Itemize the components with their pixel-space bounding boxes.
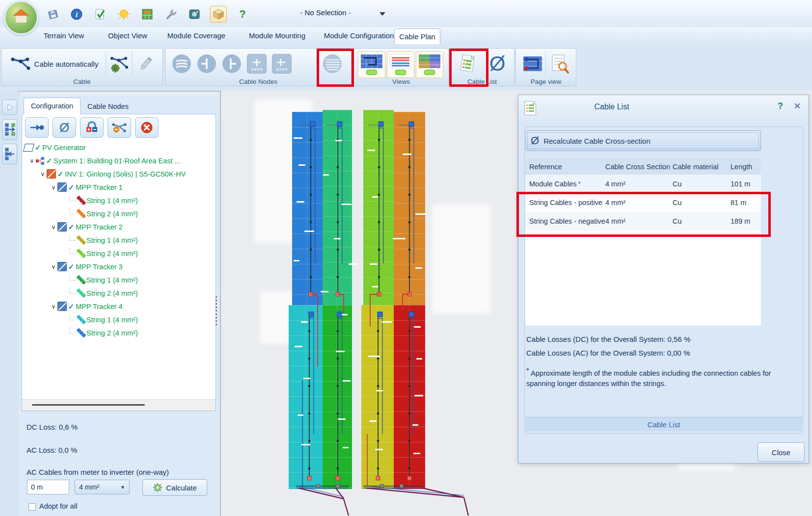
view-lines-button[interactable] [387,52,414,78]
app-logo[interactable] [4,0,38,35]
cross-section-select[interactable]: 4 mm² ▼ [75,480,130,494]
recalculate-cross-section-button[interactable]: Ø [484,51,511,77]
tree-item-tracker[interactable]: ∨✓MPP Tracker 1 [22,181,216,194]
help-icon[interactable]: ? [778,101,783,111]
footnote-text: * Approximate length of the module cable… [526,365,773,389]
module-gap-mark [297,201,304,203]
ac-loss-text: AC Loss: 0,0 % [27,446,77,454]
chevron-expanded-icon[interactable]: ∨ [28,157,36,164]
tree-item-inverter[interactable]: ∨✓INV 1: Ginlong (Solis) | S5-GC50K-HV [22,167,216,181]
page-cable-plan-icon [521,55,543,73]
tree-item-system[interactable]: ∨✓System 1: Building 01-Roof Area East .… [22,154,216,167]
tree-item-string[interactable]: String 2 (4 mm²) [22,247,216,260]
cross-section-button[interactable]: Ø [53,117,76,138]
cable-list-footer-tab[interactable]: Cable List [524,417,803,431]
tree-item-string[interactable]: String 1 (4 mm²) [22,194,216,207]
tab-cable-plan[interactable]: Cable Plan [394,28,440,45]
project-check-icon[interactable] [92,6,108,22]
chevron-expanded-icon[interactable]: ∨ [50,263,57,270]
tree-item-pv[interactable]: ✓PV Generator [22,141,216,154]
chevron-expanded-icon[interactable]: ∨ [50,184,57,191]
tree-item-string[interactable]: String 2 (4 mm²) [22,207,216,220]
tab-cable-nodes[interactable]: Cable Nodes [82,99,134,114]
module-layout-icon[interactable] [139,6,155,22]
tab-configuration[interactable]: Configuration [24,98,81,114]
node-tap-button[interactable] [195,51,218,77]
check-icon: ✓ [67,223,76,232]
expand-panel-button[interactable] [2,100,17,115]
cable-table-row[interactable]: Module Cables*4 mm²Cu101 m [525,175,761,193]
recalculate-cross-section-button[interactable]: Ø Recalculate Cable Cross-section [525,130,761,151]
tree-item-string[interactable]: String 1 (4 mm²) [22,273,216,286]
tree-item-tracker[interactable]: ∨✓MPP Tracker 4 [22,300,216,313]
sun-icon[interactable] [116,6,132,22]
cable-list-button[interactable] [453,51,482,77]
tree-horizontal-scrollbar[interactable] [22,399,216,411]
module-gap-mark [416,358,422,360]
calculate-button[interactable]: Calculate [142,479,207,496]
page-cable-plan-button[interactable] [519,51,546,77]
chevron-expanded-icon[interactable]: ∨ [50,224,57,231]
tree-expand-all-button[interactable] [2,119,17,140]
tab-module-coverage[interactable]: Module Coverage [160,27,233,44]
module-gap-mark [370,263,378,265]
module-gap-mark [343,380,351,382]
connect-node-button[interactable] [25,117,49,138]
save-icon[interactable] [45,6,61,22]
close-icon[interactable]: × [794,99,801,113]
tree-guide-line [69,195,76,201]
selection-dropdown[interactable]: - No Selection - [269,8,382,17]
view-3d-icon[interactable] [210,6,227,23]
tab-terrain-view[interactable]: Terrain View [34,27,93,44]
wrench-icon[interactable] [163,6,179,22]
tree-item-tracker[interactable]: ∨✓MPP Tracker 2 [22,220,216,233]
module-gap-mark [368,356,380,357]
node-box-button[interactable] [245,51,268,77]
tree-collapse-all-button[interactable] [2,144,17,164]
adopt-for-all-checkbox[interactable] [28,503,36,511]
cable-settings-button[interactable] [107,51,133,77]
cable-table-row[interactable]: String Cables - positive4 mm²Cu81 m [525,193,761,212]
pv-generator-icon [23,144,34,152]
cell-reference: String Cables - positive [529,193,602,212]
cable-list-panel: Cable List ? × Ø Recalculate Cable Cross… [518,95,809,464]
module-gap-mark [298,414,303,416]
close-button[interactable]: Close [758,442,805,462]
help-icon[interactable]: ? [235,6,250,22]
tree-item-string[interactable]: String 1 (4 mm²) [22,313,216,326]
node-junction-button[interactable] [170,51,193,77]
view-colored-areas-button[interactable] [416,52,443,78]
chevron-expanded-icon[interactable]: ∨ [39,171,47,178]
gear-icon [153,483,162,492]
cable-table-row[interactable]: String Cables - negative4 mm²Cu189 m [525,212,761,231]
tree-item-tracker[interactable]: ∨✓MPP Tracker 3 [22,260,216,273]
photo-icon[interactable] [187,6,202,22]
ac-cable-length-input[interactable]: 0 m [27,480,69,494]
cell-cross-section: 4 mm² [605,193,625,212]
scrollbar-thumb[interactable] [32,404,145,406]
remove-cable-button[interactable] [108,117,131,138]
tree-item-string[interactable]: String 2 (4 mm²) [22,326,216,339]
node-box2-button[interactable] [271,51,293,77]
page-preview-button[interactable] [546,51,573,77]
tab-object-view[interactable]: Object View [98,27,157,44]
tab-module-configuration[interactable]: Module Configuration [319,27,399,44]
tree-item-string[interactable]: String 1 (4 mm²) [22,233,216,247]
chevron-expanded-icon[interactable]: ∨ [50,303,57,310]
node-tap2-button[interactable] [220,51,243,77]
info-icon[interactable]: i [69,6,84,22]
tab-module-mounting[interactable]: Module Mounting [239,27,315,44]
view-cable-plan-button[interactable] [358,52,385,78]
configuration-panel: Configuration Cable Nodes Ø [19,96,220,516]
node-striped-button[interactable] [321,51,344,77]
panel-splitter-handle[interactable] [215,295,217,326]
tree-guide-line [69,234,76,241]
tree-item-label: String 1 (4 mm²) [86,276,138,284]
cable-automatically-button[interactable]: Cable automatically [3,51,106,77]
tree-item-string[interactable]: String 2 (4 mm²) [22,286,216,300]
module-gap-mark [370,420,377,422]
selection-dropdown-arrow-icon[interactable] [379,12,385,16]
delete-button[interactable] [135,117,159,138]
cable-manual-draw-button[interactable] [133,51,159,77]
lock-polarity-button[interactable] [80,117,104,138]
